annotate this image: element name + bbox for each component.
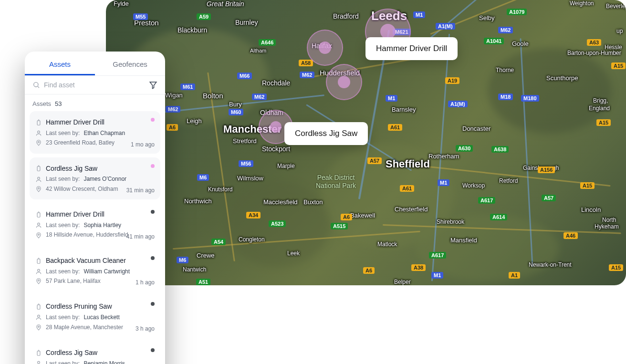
- asset-title: Cordless Jig Saw: [46, 347, 97, 359]
- road-shield: A1041: [484, 38, 504, 44]
- svg-point-17: [38, 269, 40, 271]
- battery-icon: [35, 211, 42, 218]
- user-icon: [35, 222, 42, 229]
- battery-icon: [35, 258, 42, 264]
- city-label: North: [602, 217, 616, 223]
- road-shield: A638: [491, 146, 509, 153]
- road-shield: M1: [413, 11, 425, 18]
- city-label: Leeds: [371, 9, 407, 23]
- svg-rect-15: [37, 259, 40, 263]
- road-shield: A51: [196, 279, 210, 285]
- asset-card[interactable]: Hammer Driver DrillLast seen by: Sophia …: [30, 203, 160, 246]
- search-input[interactable]: [44, 81, 145, 89]
- status-dot: [151, 256, 155, 260]
- status-dot: [151, 348, 155, 352]
- road-shield: A61: [388, 124, 402, 131]
- road-shield: M1: [386, 95, 397, 102]
- city-label: Selby: [479, 14, 495, 21]
- asset-seenby-name: Sophia Hartley: [83, 220, 121, 230]
- svg-marker-2: [150, 82, 156, 89]
- city-label: Worksop: [462, 182, 485, 189]
- road-shield: A15: [596, 119, 611, 126]
- asset-card[interactable]: Cordless Jig SawLast seen by: James O'Co…: [30, 157, 160, 200]
- city-label: Burnley: [235, 19, 258, 26]
- road-shield: A156: [538, 166, 555, 173]
- map-asset-label[interactable]: Hammer Driver Drill: [365, 37, 458, 60]
- map-asset-label[interactable]: Cordless Jig Saw: [284, 122, 368, 145]
- svg-rect-11: [37, 213, 40, 217]
- asset-title-row: Cordless Pruning Saw: [35, 301, 155, 312]
- asset-title: Hammer Driver Drill: [46, 117, 104, 128]
- city-label: Beverley: [606, 3, 626, 10]
- road-shield: A57: [542, 195, 556, 201]
- asset-card[interactable]: Backpack Vacuum CleanerLast seen by: Wil…: [30, 250, 160, 292]
- asset-seenby-name: William Cartwright: [83, 267, 130, 276]
- asset-count-row: Assets 53: [25, 94, 165, 111]
- pin-icon: [35, 186, 42, 192]
- city-label: Weighton: [570, 0, 594, 7]
- asset-time: 3 h ago: [136, 325, 155, 332]
- city-label: Crewe: [197, 252, 215, 259]
- city-label: Northwich: [184, 198, 212, 205]
- svg-point-22: [38, 326, 40, 327]
- asset-count-label: Assets: [32, 100, 51, 107]
- asset-seenby-row: Last seen by: Ethan Chapman: [35, 128, 155, 138]
- asset-address: 23 Greenfield Road, Batley: [46, 138, 115, 147]
- tab-geofences[interactable]: Geofences: [95, 52, 165, 75]
- city-label: Preston: [134, 19, 159, 27]
- city-label: Stockport: [262, 145, 290, 153]
- svg-point-13: [38, 223, 40, 225]
- asset-seenby-name: Lucas Beckett: [83, 312, 119, 322]
- asset-address: 42 Willow Crescent, Oldham: [46, 184, 118, 194]
- road-shield: A58: [299, 60, 313, 66]
- map-canvas[interactable]: FyldeGreat BritainLeedsBradfordSelbyWeig…: [106, 0, 626, 285]
- asset-seenby-name: Ethan Chapman: [83, 128, 125, 138]
- city-label: Wilmslow: [237, 175, 263, 182]
- asset-title-row: Cordless Jig Saw: [35, 163, 155, 175]
- user-icon: [35, 314, 42, 321]
- asset-card[interactable]: Hammer Driver DrillLast seen by: Ethan C…: [30, 111, 160, 154]
- road-shield: A59: [197, 13, 211, 20]
- city-label: up: [616, 28, 623, 34]
- road-shield: A19: [445, 77, 459, 84]
- filter-icon[interactable]: [149, 81, 157, 89]
- terrain-patch: [488, 48, 612, 134]
- svg-rect-3: [37, 121, 40, 125]
- pin-icon: [35, 324, 42, 331]
- road-shield: A38: [411, 264, 426, 271]
- road-shield: A15: [609, 264, 623, 271]
- road-shield: M62: [498, 27, 513, 33]
- asset-card[interactable]: Cordless Pruning SawLast seen by: Lucas …: [30, 295, 160, 338]
- svg-rect-23: [37, 351, 40, 355]
- road-shield: A15: [611, 62, 626, 69]
- city-label: Lincoln: [581, 206, 601, 213]
- asset-seenby-label: Last seen by:: [46, 220, 80, 230]
- asset-seenby-label: Last seen by:: [46, 174, 80, 184]
- tab-assets[interactable]: Assets: [25, 52, 95, 75]
- svg-point-21: [38, 315, 40, 318]
- asset-seenby-label: Last seen by:: [46, 312, 80, 322]
- user-icon: [35, 268, 42, 275]
- asset-title: Cordless Jig Saw: [46, 163, 97, 175]
- battery-icon: [35, 303, 42, 310]
- asset-time: 1 mo ago: [131, 141, 155, 148]
- asset-radius-marker: [307, 30, 343, 66]
- road-shield: M6: [197, 174, 209, 181]
- battery-icon: [35, 165, 42, 172]
- asset-card[interactable]: Cordless Jig SawLast seen by: Benjamin M…: [30, 342, 160, 364]
- search-row: [25, 76, 165, 94]
- road-shield: A63: [587, 39, 601, 46]
- battery-icon: [35, 350, 42, 356]
- asset-title-row: Hammer Driver Drill: [35, 117, 155, 128]
- road-shield: A6: [167, 124, 178, 131]
- search-icon: [32, 81, 40, 89]
- status-dot: [151, 118, 155, 122]
- asset-seenby-label: Last seen by:: [46, 267, 80, 276]
- city-label: Oldham: [260, 109, 283, 116]
- asset-seenby-row: Last seen by: Lucas Beckett: [35, 312, 155, 322]
- svg-point-0: [34, 83, 38, 87]
- svg-rect-19: [37, 305, 40, 309]
- asset-address: 18 Hillside Avenue, Huddersfield: [46, 230, 128, 239]
- road-shield: A46: [563, 232, 578, 239]
- road-shield: A6: [363, 267, 375, 274]
